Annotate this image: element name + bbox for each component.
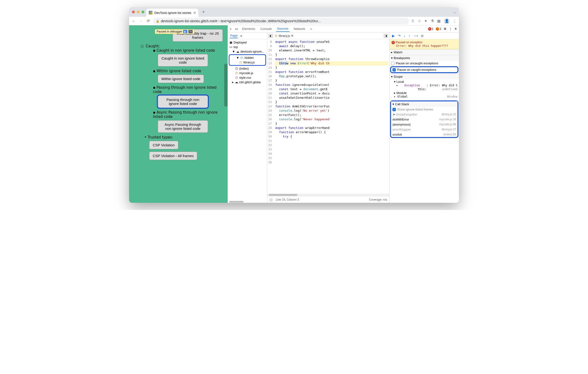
forward-icon[interactable]: → bbox=[139, 19, 143, 23]
deactivate-bp-icon[interactable]: ⊘ bbox=[421, 34, 424, 38]
tab-elements[interactable]: Elements bbox=[241, 26, 256, 32]
tree-group[interactable]: ▣Deployed bbox=[229, 40, 266, 45]
tab-console[interactable]: Console bbox=[259, 26, 273, 32]
code-line[interactable]: throw new Error('Why did th bbox=[275, 61, 388, 65]
code-line[interactable]: } bbox=[275, 121, 388, 126]
code-line[interactable]: errorFunc(); bbox=[275, 113, 388, 117]
section-scope[interactable]: ▾ Scope bbox=[390, 74, 459, 79]
resume-icon[interactable]: ▶ bbox=[392, 34, 395, 38]
inspect-icon[interactable]: ⟐ bbox=[230, 27, 232, 31]
tree-file-library[interactable]: 🗋library.js bbox=[230, 60, 265, 64]
demo-button[interactable]: Within ignore listed code bbox=[158, 75, 204, 83]
toggle-navigator-icon[interactable]: ◧ bbox=[269, 34, 273, 38]
code-line[interactable]: element.innerHTML = text; bbox=[275, 48, 388, 53]
code-line[interactable]: } bbox=[275, 78, 388, 83]
code-line[interactable]: console.log('No error yet') bbox=[275, 108, 388, 113]
tab-network[interactable]: Network bbox=[293, 26, 306, 32]
scope-local[interactable]: Local bbox=[397, 80, 404, 84]
devtools-icon[interactable]: ▦ bbox=[437, 19, 441, 23]
tree-frame[interactable]: ▭top bbox=[229, 45, 266, 49]
tabs-overflow-icon[interactable]: » bbox=[309, 26, 313, 32]
tree-file-mycode[interactable]: 🗋mycode.js bbox=[229, 71, 266, 75]
tree-origin-cdn[interactable]: ▸☁cdn.glitch.globa bbox=[229, 80, 266, 85]
code-line[interactable]: export function errorFromRunt bbox=[275, 70, 388, 74]
tree-file-index[interactable]: 🗋(index) bbox=[229, 66, 266, 71]
demo-button[interactable]: CSP Violation - All frames bbox=[149, 152, 197, 160]
code-line[interactable]: const text = document.getE bbox=[275, 87, 388, 91]
pretty-print-icon[interactable]: { } bbox=[270, 198, 272, 201]
code-line[interactable]: export function throwExceptio bbox=[275, 57, 388, 61]
close-tab-icon[interactable]: ✕ bbox=[193, 11, 196, 15]
section-watch[interactable]: ▸ Watch bbox=[390, 49, 459, 55]
code-line[interactable]: Map.prototype.set(); bbox=[275, 74, 388, 78]
step-over-icon[interactable]: ↷ bbox=[188, 30, 193, 33]
demo-button[interactable]: CSP Violation bbox=[149, 141, 178, 149]
code-line[interactable]: const insertionPoint = docu bbox=[275, 91, 388, 96]
labs-icon[interactable]: ⚗ bbox=[431, 19, 434, 23]
callstack-frame[interactable]: ➤ throwException library.js:15 bbox=[391, 112, 458, 117]
settings-icon[interactable]: ⚙ bbox=[444, 27, 447, 31]
back-icon[interactable]: ← bbox=[131, 19, 136, 23]
tree-file-style[interactable]: 🗋style.css bbox=[229, 75, 266, 80]
minimize-window[interactable] bbox=[137, 11, 140, 13]
tab-sources[interactable]: Sources bbox=[276, 26, 289, 32]
error-count[interactable]: ✕1 bbox=[428, 27, 434, 31]
omnibox[interactable]: 🔒 devtools-ignore-list-stories.glitch.me… bbox=[153, 18, 409, 24]
code-editor[interactable]: 8910111213141516171819202122232425262728… bbox=[267, 39, 389, 194]
close-file-icon[interactable]: ✕ bbox=[291, 34, 294, 38]
browser-tab[interactable]: DevTools ignore list stories ✕ bbox=[146, 9, 198, 17]
kebab-menu-icon[interactable]: ⋮ bbox=[449, 27, 452, 31]
callstack-frame[interactable]: doWithError mycode.js:18 bbox=[391, 117, 458, 122]
demo-button[interactable]: Async Passing through non ignore listed … bbox=[158, 120, 208, 133]
tabs-dropdown-icon[interactable]: ⌄ bbox=[453, 10, 456, 14]
editor-tab[interactable]: 🗋 library.js ✕ bbox=[275, 34, 294, 38]
tree-origin[interactable]: ▼☁devtools-ignore... bbox=[229, 49, 266, 54]
code-line[interactable]: await delay(); bbox=[275, 44, 388, 48]
callstack-frame[interactable]: (anonymous) mycode.js:89 bbox=[391, 122, 458, 127]
section-breakpoints[interactable]: ▾ Breakpoints bbox=[390, 55, 459, 61]
scope-module[interactable]: ▸ Module bbox=[394, 91, 458, 95]
navigator-tabs-overflow-icon[interactable]: » bbox=[240, 34, 242, 38]
close-window[interactable] bbox=[132, 11, 135, 13]
step-into-icon[interactable]: ↓ bbox=[404, 34, 406, 38]
scope-var[interactable]: this: undefined bbox=[394, 87, 458, 91]
close-devtools-icon[interactable]: ✕ bbox=[454, 27, 457, 31]
demo-button[interactable]: Caught in non ignore listed code bbox=[158, 54, 208, 66]
code-line[interactable]: } bbox=[275, 65, 388, 70]
code-line[interactable]: unsafeSetInnerHtml(insertio bbox=[275, 96, 388, 100]
code-line[interactable]: } bbox=[275, 100, 388, 104]
pause-uncaught-checkbox[interactable]: Pause on uncaught exceptions bbox=[390, 61, 459, 66]
navigator-tab-page[interactable]: Page bbox=[230, 33, 238, 38]
code-line[interactable]: function doWithError(errorFun bbox=[275, 104, 388, 108]
editor-hscrollbar[interactable] bbox=[267, 194, 389, 196]
new-tab-button[interactable]: + bbox=[200, 9, 207, 15]
code-line[interactable]: function ignoredcspviolation( bbox=[275, 83, 388, 87]
code-line[interactable]: try { bbox=[275, 134, 388, 139]
pause-caught-checkbox[interactable]: ✓Pause on caught exceptions bbox=[391, 67, 458, 72]
extensions-icon[interactable]: ✦ bbox=[424, 19, 427, 23]
scope-var[interactable]: ▸ Exception: Error: Why did t bbox=[394, 84, 458, 87]
show-ignored-frames-checkbox[interactable]: ✓Show ignore-listed frames bbox=[391, 107, 458, 112]
callstack-frame[interactable]: onclick (index):83 bbox=[391, 132, 458, 137]
maximize-window[interactable] bbox=[141, 11, 144, 13]
bookmark-icon[interactable]: ☆ bbox=[418, 19, 421, 23]
device-icon[interactable]: ▭ bbox=[235, 27, 238, 31]
page-scrollbar[interactable] bbox=[224, 64, 228, 107]
code-line[interactable]: } bbox=[275, 53, 388, 57]
toggle-debugger-icon[interactable]: ◨ bbox=[384, 34, 388, 38]
resume-icon[interactable]: ▶ bbox=[183, 30, 187, 33]
chrome-menu-icon[interactable]: ⋮ bbox=[453, 19, 457, 23]
warning-count[interactable]: !2 bbox=[436, 27, 441, 31]
step-out-icon[interactable]: ↑ bbox=[409, 34, 410, 38]
demo-button-highlighted[interactable]: Passing through non ignore listed code bbox=[158, 96, 208, 108]
step-over-icon[interactable]: ↷ bbox=[398, 34, 401, 38]
callstack-frame[interactable]: errorWrapper library.js:37 bbox=[391, 127, 458, 132]
scope-global[interactable]: ▸ GlobalWindow bbox=[394, 95, 458, 98]
step-icon[interactable]: →• bbox=[413, 34, 418, 38]
code-line[interactable]: function errorWrapper() { bbox=[275, 130, 388, 134]
share-icon[interactable]: ⇪ bbox=[411, 19, 414, 23]
navigator-hscrollbar[interactable] bbox=[228, 200, 267, 203]
reload-icon[interactable]: ⟳ bbox=[146, 19, 151, 23]
profile-avatar[interactable]: 👤 bbox=[444, 18, 450, 24]
code-line[interactable]: export async function unsafeS bbox=[275, 40, 388, 44]
